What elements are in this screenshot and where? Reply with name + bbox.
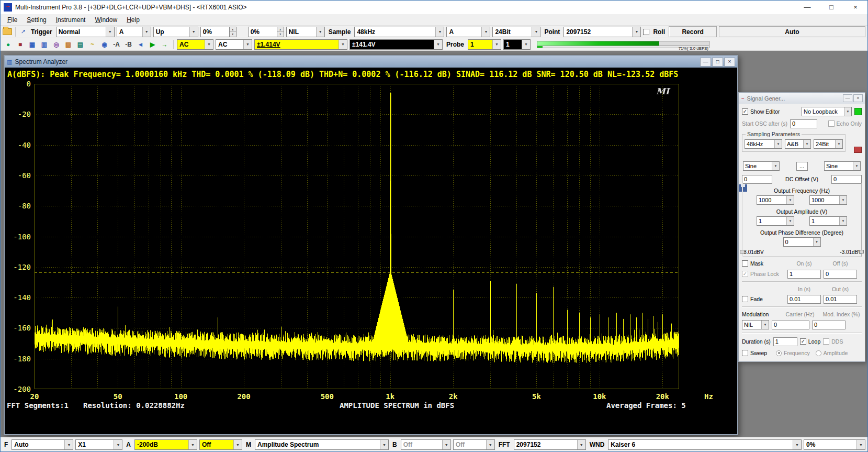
menu-file[interactable]: File [3, 16, 22, 24]
fade-in-input[interactable]: 0.01 [787, 295, 821, 304]
spectrum-plot[interactable] [35, 84, 679, 389]
ddp-viewer-icon[interactable]: ◉ [99, 39, 110, 50]
chevron-down-icon[interactable]: ▼ [188, 440, 197, 449]
range-a-select[interactable]: ±1.414V▼ [254, 39, 347, 50]
more-waveform-button[interactable]: ... [796, 162, 808, 171]
scale-b-icon[interactable]: -B [123, 39, 134, 50]
maximize-icon[interactable]: □ [819, 1, 843, 14]
probe-a-select[interactable]: 1▼ [468, 39, 501, 50]
echo-only-checkbox[interactable]: Echo Only [828, 120, 862, 127]
trigger-delay-stepper[interactable]: 0% ▲▼ [248, 27, 284, 37]
trigger-source-select[interactable]: A▼ [117, 27, 151, 37]
chevron-down-icon[interactable]: ▼ [486, 440, 494, 449]
fade-checkbox[interactable]: Fade [742, 296, 785, 302]
chevron-down-icon[interactable]: ▼ [844, 107, 851, 116]
x-scale-select[interactable]: X1▼ [75, 439, 122, 450]
output-level-slider-b[interactable] [859, 183, 864, 257]
open-file-icon[interactable] [3, 28, 12, 35]
chevron-down-icon[interactable]: ▼ [761, 321, 769, 329]
chevron-down-icon[interactable]: ▼ [64, 440, 73, 449]
amplitude-b-select[interactable]: 1▼ [809, 216, 847, 226]
chevron-down-icon[interactable]: ▼ [189, 27, 198, 37]
chevron-down-icon[interactable]: ▼ [632, 27, 640, 37]
chevron-down-icon[interactable]: ▼ [839, 196, 847, 204]
output-indicator[interactable] [854, 108, 862, 115]
chevron-down-icon[interactable]: ▼ [205, 40, 213, 49]
sample-channel-select[interactable]: A▼ [446, 27, 490, 37]
spin-down-icon[interactable]: ▼ [230, 32, 236, 37]
menu-window[interactable]: Window [90, 16, 122, 24]
chevron-down-icon[interactable]: ▼ [839, 217, 847, 225]
chevron-down-icon[interactable]: ▼ [481, 27, 490, 37]
sample-rate-select[interactable]: 48kHz▼ [354, 27, 444, 37]
measurement-mode-select[interactable]: Amplitude Spectrum▼ [255, 439, 389, 450]
chevron-down-icon[interactable]: ▼ [853, 162, 860, 170]
sweep-frequency-radio[interactable]: Frequency [776, 350, 810, 356]
trigger-edge-select[interactable]: Up▼ [153, 27, 198, 37]
chevron-down-icon[interactable]: ▼ [813, 238, 820, 246]
close-icon[interactable]: × [724, 58, 735, 67]
b-range-select[interactable]: Off▼ [401, 439, 451, 450]
chevron-down-icon[interactable]: ▼ [492, 40, 501, 49]
sample-bits-select[interactable]: 24Bit▼ [492, 27, 540, 37]
start-osc-input[interactable]: 0 [790, 119, 817, 128]
trigger-level-stepper[interactable]: 0% ▲▼ [200, 27, 236, 37]
sweep-checkbox[interactable]: Sweep [742, 350, 767, 356]
gen-channels-select[interactable]: A&B▼ [785, 139, 811, 149]
spin-up-icon[interactable]: ▲ [230, 27, 236, 32]
chevron-down-icon[interactable]: ▼ [316, 27, 324, 37]
speaker-icon[interactable]: ◄ [135, 39, 146, 50]
chevron-down-icon[interactable]: ▼ [532, 27, 540, 37]
output-level-slider-a[interactable] [740, 183, 745, 257]
chevron-down-icon[interactable]: ▼ [442, 440, 450, 449]
gen-sample-rate-select[interactable]: 48kHz▼ [745, 139, 782, 149]
play-icon[interactable]: ▶ [147, 39, 158, 50]
carrier-input[interactable]: 0 [772, 321, 809, 329]
chevron-down-icon[interactable]: ▼ [803, 140, 810, 148]
show-editor-checkbox[interactable]: ✓ Show Editor [742, 108, 780, 115]
menu-setting[interactable]: Setting [22, 16, 51, 24]
point-count-select[interactable]: 2097152▼ [563, 27, 641, 37]
close-icon[interactable]: × [853, 94, 863, 102]
chevron-down-icon[interactable]: ▼ [243, 40, 252, 49]
chevron-down-icon[interactable]: ▼ [142, 27, 151, 37]
minimize-icon[interactable]: — [843, 94, 852, 102]
phase-select[interactable]: 0▼ [783, 237, 821, 247]
sweep-amplitude-radio[interactable]: Amplitude [816, 350, 848, 356]
dc-offset-b-input[interactable]: 0 [831, 175, 862, 184]
record-button[interactable]: Record [669, 26, 717, 37]
fade-out-input[interactable]: 0.01 [824, 295, 857, 304]
waveform-b-select[interactable]: Sine▼ [824, 161, 861, 171]
fft-size-select[interactable]: 2097152▼ [514, 439, 586, 450]
mask-off-input[interactable]: 0 [824, 270, 857, 279]
spin-up-icon[interactable]: ▲ [277, 27, 284, 32]
menu-help[interactable]: Help [122, 16, 144, 24]
frequency-a-select[interactable]: 1000▼ [757, 195, 794, 205]
waveform-list-icon[interactable] [854, 147, 862, 153]
a-range-select[interactable]: -200dB▼ [134, 439, 197, 450]
chevron-down-icon[interactable]: ▼ [774, 140, 782, 148]
chevron-down-icon[interactable]: ▼ [106, 27, 114, 37]
chevron-down-icon[interactable]: ▼ [786, 217, 794, 225]
close-icon[interactable]: × [843, 1, 867, 14]
multimeter-icon[interactable]: ◎ [51, 39, 62, 50]
chevron-down-icon[interactable]: ▼ [577, 440, 585, 449]
frequency-b-select[interactable]: 1000▼ [809, 195, 847, 205]
chevron-down-icon[interactable]: ▼ [772, 162, 779, 170]
chevron-down-icon[interactable]: ▼ [835, 140, 842, 148]
minimize-icon[interactable]: — [795, 1, 819, 14]
modulation-type-select[interactable]: NIL▼ [742, 320, 769, 329]
chevron-down-icon[interactable]: ▼ [380, 440, 388, 449]
gen-bits-select[interactable]: 24Bit▼ [814, 139, 843, 149]
mask-on-input[interactable]: 1 [787, 270, 821, 279]
chevron-down-icon[interactable]: ▼ [786, 196, 794, 204]
overlap-select[interactable]: 0%▼ [804, 439, 865, 450]
title-bar[interactable]: ~ Multi-Instrument Pro 3.8 - [+3DP+DLG+L… [1, 1, 867, 14]
frequency-range-select[interactable]: Auto▼ [12, 439, 73, 450]
oscilloscope-icon[interactable]: ▦ [27, 39, 38, 50]
range-b-select[interactable]: ±141.4V▼ [350, 39, 443, 50]
auto-button[interactable]: Auto [719, 26, 865, 37]
restore-icon[interactable]: □ [712, 58, 723, 67]
b-mode-select[interactable]: Off▼ [453, 439, 495, 450]
duration-input[interactable]: 1 [773, 337, 797, 346]
